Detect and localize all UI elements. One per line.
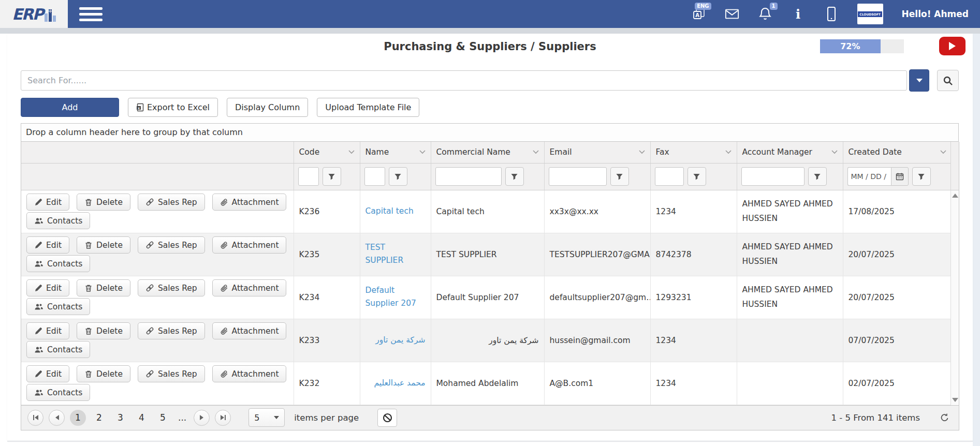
cell-created-date: 20/07/2025 — [843, 276, 952, 319]
contacts-button[interactable]: Contacts — [26, 341, 90, 358]
cell-account-manager: AHMED SAYED AHMED HUSSIEN — [737, 233, 843, 276]
account-manager-filter-input[interactable] — [741, 167, 805, 186]
svg-text:A: A — [695, 12, 699, 18]
cell-fax: 1293231 — [650, 276, 737, 319]
refresh-button[interactable] — [940, 413, 949, 423]
email-filter-input[interactable] — [549, 167, 607, 186]
search-options-dropdown[interactable] — [909, 69, 929, 92]
pencil-icon — [34, 241, 42, 249]
prev-page-button[interactable] — [49, 410, 65, 426]
language-icon[interactable]: A ENG — [692, 7, 706, 21]
column-header-name[interactable]: Name — [360, 142, 431, 163]
name-filter-button[interactable] — [389, 167, 407, 186]
delete-button[interactable]: Delete — [77, 322, 130, 339]
menu-hamburger-icon[interactable] — [79, 4, 103, 24]
calendar-icon — [896, 172, 904, 181]
info-icon[interactable]: i — [791, 7, 806, 21]
content-card: Purchasing & Suppliers / Suppliers 72% — [7, 34, 973, 441]
user-greeting[interactable]: Hello! Ahmed — [902, 9, 969, 19]
supplier-name-link[interactable]: محمد عبدالعليم — [374, 377, 425, 390]
scroll-down-icon[interactable] — [952, 398, 958, 402]
supplier-name-link[interactable]: Capital tech — [365, 205, 414, 218]
code-filter-input[interactable] — [298, 167, 319, 186]
cell-fax: 1234 — [650, 319, 737, 362]
sales-rep-button[interactable]: Sales Rep — [138, 194, 205, 211]
sales-rep-button[interactable]: Sales Rep — [138, 365, 205, 382]
page-number-4[interactable]: 4 — [134, 410, 150, 426]
mail-icon[interactable] — [725, 7, 739, 21]
contacts-button[interactable]: Contacts — [26, 255, 90, 272]
calendar-button[interactable] — [891, 167, 909, 186]
commercial-name-filter-button[interactable] — [505, 167, 524, 186]
commercial-name-filter-input[interactable] — [435, 167, 502, 186]
last-page-button[interactable] — [215, 410, 231, 426]
fax-filter-input[interactable] — [655, 167, 684, 186]
delete-button[interactable]: Delete — [77, 365, 130, 382]
next-page-button[interactable] — [194, 410, 210, 426]
page-number-1[interactable]: 1 — [70, 410, 86, 426]
mobile-icon[interactable] — [824, 7, 839, 21]
delete-button[interactable]: Delete — [77, 194, 130, 211]
page-number-3[interactable]: 3 — [112, 410, 128, 426]
upload-template-button[interactable]: Upload Template File — [317, 98, 419, 117]
notifications-bell-icon[interactable]: 1 — [758, 7, 772, 21]
first-page-button[interactable] — [27, 410, 43, 426]
supplier-name-link[interactable]: Default Supplier 207 — [365, 284, 426, 310]
column-header-commercial-name[interactable]: Commercial Name — [431, 142, 544, 163]
supplier-name-link[interactable]: TEST SUPPLIER — [365, 241, 426, 267]
pencil-icon — [34, 198, 42, 206]
page-ellipsis[interactable]: ... — [178, 412, 186, 423]
edit-button[interactable]: Edit — [26, 194, 69, 211]
pencil-icon — [34, 327, 42, 335]
code-filter-button[interactable] — [323, 167, 341, 186]
company-logo[interactable]: CLOUDSOFT — [857, 4, 883, 24]
fax-filter-button[interactable] — [688, 167, 706, 186]
column-header-code[interactable]: Code — [294, 142, 360, 163]
erp-logo[interactable]: ERP — [0, 0, 68, 28]
add-button[interactable]: Add — [21, 98, 119, 117]
search-input[interactable] — [21, 70, 907, 91]
sales-rep-button[interactable]: Sales Rep — [138, 236, 205, 254]
page-number-2[interactable]: 2 — [91, 410, 107, 426]
email-filter-button[interactable] — [610, 167, 629, 186]
attachment-button[interactable]: Attachment — [212, 322, 287, 339]
attachment-button[interactable]: Attachment — [212, 279, 287, 296]
block-icon — [383, 413, 392, 423]
contacts-button[interactable]: Contacts — [26, 298, 90, 315]
column-header-fax[interactable]: Fax — [650, 142, 737, 163]
column-header-email[interactable]: Email — [544, 142, 650, 163]
page-size-select[interactable]: 5 — [248, 408, 285, 427]
delete-button[interactable]: Delete — [77, 236, 130, 254]
group-by-dropzone[interactable]: Drop a column header here to group by th… — [21, 123, 959, 142]
column-header-created-date[interactable]: Created Date — [843, 142, 952, 163]
sales-rep-button[interactable]: Sales Rep — [138, 279, 205, 296]
contacts-button[interactable]: Contacts — [26, 384, 90, 401]
page-number-5[interactable]: 5 — [155, 410, 171, 426]
sales-rep-button[interactable]: Sales Rep — [138, 322, 205, 339]
created-date-filter-button[interactable] — [912, 167, 931, 186]
edit-button[interactable]: Edit — [26, 279, 69, 296]
cancel-filters-button[interactable] — [377, 409, 397, 427]
export-to-excel-button[interactable]: x Export to Excel — [128, 98, 218, 117]
scroll-up-icon[interactable] — [952, 194, 958, 198]
column-header-account-manager[interactable]: Account Manager — [737, 142, 843, 163]
search-button[interactable] — [937, 70, 959, 91]
cell-commercial-name: Default Supplier 207 — [431, 276, 544, 319]
title-row: Purchasing & Suppliers / Suppliers 72% — [7, 34, 973, 57]
progress-label: 72% — [840, 41, 860, 51]
account-manager-filter-button[interactable] — [808, 167, 827, 186]
attachment-button[interactable]: Attachment — [212, 194, 287, 211]
edit-button[interactable]: Edit — [26, 236, 69, 254]
delete-button[interactable]: Delete — [77, 279, 130, 296]
edit-button[interactable]: Edit — [26, 322, 69, 339]
created-date-filter-input[interactable] — [847, 167, 891, 186]
supplier-name-link[interactable]: شركة يمن تاور — [375, 334, 425, 347]
attachment-button[interactable]: Attachment — [212, 365, 287, 382]
name-filter-input[interactable] — [364, 167, 385, 186]
attachment-button[interactable]: Attachment — [212, 236, 287, 254]
video-tutorial-button[interactable] — [939, 37, 966, 55]
edit-button[interactable]: Edit — [26, 365, 69, 382]
contacts-button[interactable]: Contacts — [26, 212, 90, 229]
vertical-scrollbar[interactable] — [950, 190, 959, 405]
display-column-button[interactable]: Display Column — [227, 98, 308, 117]
